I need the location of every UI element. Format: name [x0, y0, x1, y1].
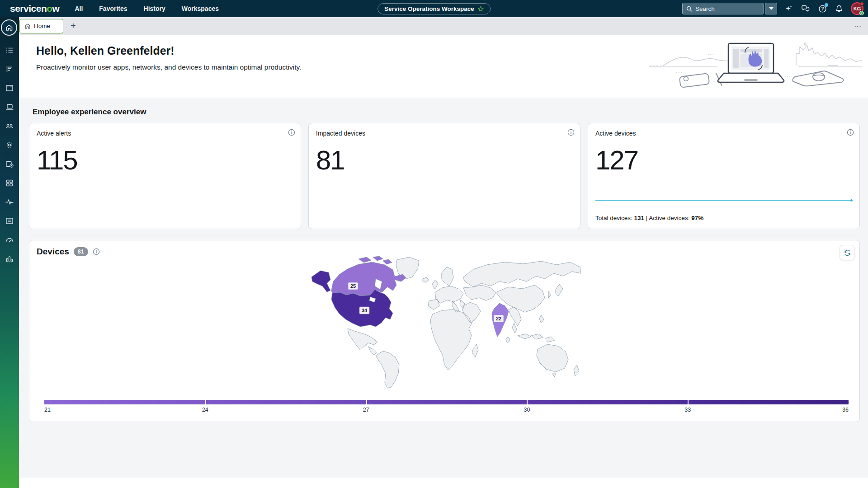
- map-country-canada[interactable]: [331, 256, 406, 296]
- nav-favorites[interactable]: Favorites: [99, 5, 127, 12]
- sidebar-item-gauge[interactable]: [0, 230, 19, 249]
- devices-heading: Devices: [37, 247, 69, 257]
- svg-text:34: 34: [362, 308, 368, 313]
- nav-workspaces[interactable]: Workspaces: [182, 5, 219, 12]
- svg-text:25: 25: [350, 283, 356, 289]
- star-outline-icon[interactable]: [477, 6, 484, 12]
- svg-text:?: ?: [821, 6, 824, 11]
- card-active-devices: Active devices 127 Total devices: 131 | …: [588, 123, 860, 229]
- workspace-pill-label: Service Operations Workspace: [384, 5, 474, 12]
- info-icon[interactable]: [567, 129, 575, 136]
- home-icon: [24, 23, 31, 29]
- tab-overflow-button[interactable]: ⋯: [854, 22, 862, 30]
- kpi-cards-row: Active alerts 115 Impacted devices 81: [29, 123, 860, 229]
- ai-assist-button[interactable]: [784, 4, 794, 14]
- refresh-icon: [844, 249, 851, 257]
- main-content: Hello, Kellen Greenfelder! Proactively m…: [19, 35, 868, 488]
- avatar-status-check: ✓: [859, 11, 864, 15]
- list-icon: [5, 46, 14, 54]
- chat-button[interactable]: [801, 4, 811, 14]
- help-notification-dot: [825, 3, 828, 7]
- sidebar-item-apps[interactable]: [0, 174, 19, 192]
- left-sidebar: [0, 17, 19, 488]
- sidebar-home-button[interactable]: [1, 19, 17, 36]
- top-nav: All Favorites History Workspaces: [75, 5, 219, 12]
- map-label-canada: 25: [348, 282, 358, 290]
- tab-bar: Home + ⋯: [19, 17, 868, 35]
- user-group-icon: [5, 122, 14, 130]
- card-title: Active devices: [595, 130, 852, 137]
- sidebar-item-activity[interactable]: [0, 192, 19, 211]
- map-label-india: 22: [494, 315, 504, 322]
- tab-home[interactable]: Home: [19, 19, 63, 33]
- header-right-cluster: Search ?: [682, 0, 863, 17]
- card-title: Impacted devices: [316, 130, 573, 137]
- workspace-pill[interactable]: Service Operations Workspace: [377, 3, 491, 14]
- sidebar-item-browser[interactable]: [0, 79, 19, 98]
- chevron-down-icon: [769, 7, 774, 10]
- sidebar-item-list[interactable]: [0, 41, 19, 60]
- legend-tick: 21: [44, 407, 51, 413]
- browser-window-icon: [5, 84, 14, 92]
- sidebar-item-report[interactable]: [0, 60, 19, 79]
- card-value: 127: [595, 147, 852, 174]
- world-choropleth-map: 25 34 22: [304, 255, 585, 390]
- legend-tick-labels: 21 24 27 30 33 36: [44, 407, 849, 413]
- avatar-initials: KG: [854, 6, 861, 11]
- help-button[interactable]: ?: [817, 4, 827, 14]
- bar-chart-icon: [5, 255, 14, 263]
- activity-pulse-icon: [5, 198, 14, 206]
- devices-count-badge: 81: [74, 247, 88, 256]
- info-icon[interactable]: [847, 129, 854, 136]
- legend-gradient-bar: [44, 400, 849, 404]
- app-grid-icon: [5, 179, 14, 187]
- card-impacted-devices: Impacted devices 81: [308, 123, 580, 229]
- legend-tick: 33: [684, 407, 691, 413]
- sidebar-item-devices[interactable]: [0, 98, 19, 117]
- legend-tick: 27: [363, 407, 369, 413]
- card-title: Active alerts: [37, 130, 293, 137]
- card-value: 115: [37, 147, 293, 174]
- bottom-strip: [19, 478, 868, 488]
- calendar-clock-icon: [5, 160, 14, 168]
- user-avatar[interactable]: KG ✓: [851, 2, 863, 15]
- notifications-button[interactable]: [834, 4, 844, 14]
- ai-sparkle-icon: [785, 5, 793, 13]
- hero-banner: Hello, Kellen Greenfelder! Proactively m…: [19, 35, 868, 98]
- sidebar-item-news[interactable]: [0, 211, 19, 230]
- active-devices-sparkline: [595, 200, 852, 201]
- card-footer: Total devices: 131 | Active devices: 97%: [595, 215, 703, 221]
- new-tab-button[interactable]: +: [71, 21, 76, 31]
- info-icon[interactable]: [288, 129, 295, 136]
- sidebar-item-settings[interactable]: [0, 136, 19, 155]
- sidebar-item-schedule[interactable]: [0, 155, 19, 174]
- info-icon[interactable]: [93, 248, 100, 255]
- search-scope-dropdown[interactable]: [765, 3, 777, 14]
- article-list-icon: [5, 217, 14, 225]
- sidebar-icon-rail: [0, 41, 19, 268]
- refresh-button[interactable]: [840, 245, 855, 260]
- devices-map-card: Devices 81: [29, 240, 860, 422]
- search-input[interactable]: Search: [682, 3, 764, 14]
- page-greeting: Hello, Kellen Greenfelder!: [36, 44, 175, 57]
- nav-history[interactable]: History: [144, 5, 165, 12]
- legend-tick: 30: [524, 407, 530, 413]
- dashboard-content: Employee experience overview Active aler…: [19, 98, 868, 422]
- mouse-pad-illustration: [793, 71, 844, 86]
- laptop-illustration: [718, 43, 784, 82]
- sidebar-item-groups[interactable]: [0, 117, 19, 136]
- legend-tick: 24: [202, 407, 208, 413]
- servicenow-logo[interactable]: servicenow: [10, 3, 59, 14]
- nav-all[interactable]: All: [75, 5, 83, 12]
- laptop-icon: [5, 103, 14, 111]
- chat-icon: [801, 5, 810, 13]
- sidebar-item-charts[interactable]: [0, 249, 19, 268]
- global-search: Search: [682, 3, 777, 14]
- gauge-icon: [5, 236, 14, 244]
- home-icon: [5, 24, 13, 32]
- avatar-alert-dot: [860, 2, 864, 6]
- notebook-illustration: [679, 73, 709, 88]
- search-placeholder: Search: [695, 5, 715, 12]
- tab-home-label: Home: [34, 23, 50, 29]
- card-value: 81: [316, 147, 573, 174]
